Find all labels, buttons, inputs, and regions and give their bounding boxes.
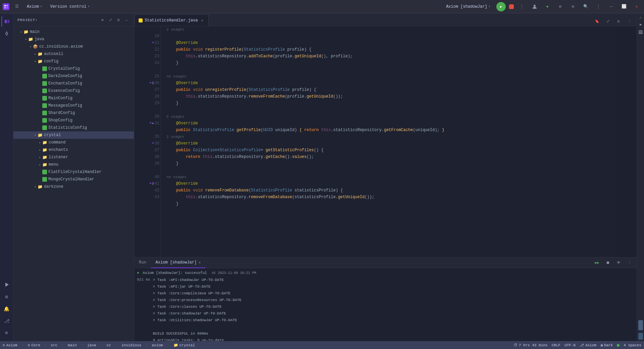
tab-statisticshandler[interactable]: StatisticsHandler.java ✕ [134,14,209,26]
tree-item-essenceconfig[interactable]: ▸ EssenceConfig [13,87,134,95]
status-java[interactable]: java [87,343,96,347]
tree-item-mongocrystalhandler[interactable]: ▸ MongoCrystalHandler [13,176,134,183]
activity-terminal-icon[interactable]: ⌘ [1,328,12,338]
close-button[interactable]: ✕ [632,2,641,11]
tab-tool-bookmark-icon[interactable]: 🔖 [592,16,602,26]
run-config-label[interactable]: Axiom [shadowJar] ▾ [443,3,493,10]
tree-item-darkzoneconfig[interactable]: ▸ DarkZoneConfig [13,72,134,80]
tree-item-crystal[interactable]: ▾ 📁 crystal [13,131,134,139]
bottom-tab-shadowjar[interactable]: Axiom [shadowJar] ✕ [151,257,205,268]
activity-git-icon[interactable]: ⎇ [1,315,12,326]
file-icon-mainconfig [42,96,47,101]
status-main[interactable]: main [68,343,77,347]
status-encoding[interactable]: UTF-8 [564,343,576,347]
search-icon[interactable]: 🔍 [581,2,590,11]
sidebar-close-icon[interactable]: — [123,17,130,23]
arrow-darkzone: ▾ [33,184,38,189]
tree-item-flatfilecrystalhandler[interactable]: ▸ FlatFileCrystalHandler [13,168,134,176]
bottom-tab-close-icon[interactable]: ✕ [199,260,201,265]
tree-item-java[interactable]: ▾ 📁 java [13,36,134,43]
plugins-icon[interactable]: ⚙ [568,2,578,11]
tree-item-crystalconfig[interactable]: ▸ CrystalConfig [13,65,134,72]
status-line-ending[interactable]: CRLF [552,343,560,347]
minimize-button[interactable]: — [606,2,616,11]
status-crystal-breadcrumb[interactable]: 📁 crystal [174,343,195,347]
tab-tools: 🔖 ⤢ ⊟ ⋮ [590,16,637,26]
tree-item-main[interactable]: ▸ 📁 main [13,28,134,36]
tree-item-messagesconfig[interactable]: ▸ MessagesConfig [13,102,134,109]
build-line-6: > Task :Utilities:shadowJar UP-TO-DATE [153,317,634,324]
sidebar-float-icon[interactable]: ⊟ [115,17,122,23]
tab-tool-split-icon[interactable]: ⊟ [614,16,623,26]
bottom-stop-icon[interactable]: ⏹ [603,258,612,268]
more-run-options-icon[interactable]: ⋮ [517,2,527,11]
tab-tool-more-icon[interactable]: ⋮ [625,16,634,26]
tree-item-shardconfig[interactable]: ▸ ShardConfig [13,109,134,117]
tab-tool-expand-icon[interactable]: ⤢ [603,16,612,26]
tree-item-enchants[interactable]: ▸ 📁 enchants [13,146,134,154]
activity-project-icon[interactable] [1,16,12,27]
tree-item-darkzone[interactable]: ▾ 📁 darkzone [13,183,134,190]
maximize-button[interactable]: ⬜ [619,2,629,11]
status-theme[interactable]: ◑ Dark [600,343,613,347]
editor-code-view[interactable]: 20 ⚑21 22 23 24 25 ⚑ @26 27 28 29 30 [134,26,637,257]
sidebar-settings-icon[interactable]: ⚙ [99,17,106,23]
sidebar-expand-icon[interactable]: ⤢ [107,17,114,23]
tree-item-mainconfig[interactable]: ▸ MainConfig [13,95,134,102]
code-line-24 [166,66,611,73]
bottom-tab-run[interactable]: Run [134,257,151,268]
status-indent[interactable]: 4 spaces [624,343,641,347]
status-insidious[interactable]: insidious [121,343,141,347]
bottom-play-icon[interactable]: ▶▶ [592,258,602,268]
status-branch[interactable]: ⎇ Axiom [580,343,596,347]
svg-point-4 [534,5,536,7]
code-line-41: public void removeFromDatabase(Statistic… [166,187,611,194]
tree-item-autosell[interactable]: ▸ 📁 autosell [13,50,134,58]
status-module[interactable]: ⊙ Core [28,343,40,347]
tab-close-button[interactable]: ✕ [200,18,204,23]
axiom-dropdown-arrow: ▾ [40,5,42,8]
top-bar: ☰ Axiom ▾ Version control ▾ Axiom [shado… [0,0,644,13]
right-icon-list[interactable] [638,30,643,35]
hamburger-icon[interactable]: ☰ [12,2,21,11]
svg-rect-6 [7,20,9,23]
activity-debug-icon[interactable] [1,279,12,290]
bottom-more-icon[interactable]: ⋮ [625,258,634,268]
activity-settings2-icon[interactable]: ⚙ [1,291,12,302]
gutter-bookmark-36: ⚑ [152,140,154,147]
folder-icon-listener: 📁 [42,155,47,160]
run-button[interactable]: ▶ [496,2,506,11]
code-line-30: @Override [166,120,611,127]
bottom-content[interactable]: ● Axiom [shadowJar]: successful At 2023-… [134,268,637,341]
build-line-0: > Task :API:shadowJar UP-TO-DATE [153,277,634,283]
tree-item-enchantsconfig[interactable]: ▸ EnchantsConfig [13,80,134,87]
toolbar-options-icon[interactable]: ⋮ [594,2,603,11]
right-icon-flag[interactable]: ⚑ [638,22,643,27]
tree-item-command[interactable]: ▸ 📁 command [13,139,134,146]
app-menu-axiom[interactable]: Axiom ▾ [24,3,45,10]
status-src[interactable]: src [51,343,57,347]
status-axiom[interactable]: axiom [152,343,163,347]
app-menu-version-control[interactable]: Version control ▾ [47,3,92,10]
stop-button[interactable] [509,4,514,9]
right-icon-checkmark[interactable]: ✓ [638,15,643,20]
tree-item-menu[interactable]: ▸ 📁 menu [13,161,134,168]
status-project[interactable]: ⊙ Axiom [3,343,17,347]
activity-notifications-icon[interactable]: 🔔 [1,303,12,314]
profile-icon[interactable] [530,2,539,11]
notification-icon[interactable]: ● [543,2,552,11]
activity-commit-icon[interactable] [1,28,12,39]
settings-icon[interactable]: ⚙ [555,2,565,11]
tree-item-config[interactable]: ▾ 📁 config [13,58,134,65]
right-icon-scroll-down[interactable] [638,333,643,340]
code-line-hint-nousages1: no usages [166,73,611,80]
tree-item-listener[interactable]: ▸ 📁 listener [13,154,134,161]
tree-item-package[interactable]: ▾ 📦 cc.insidious.axiom [13,43,134,50]
gutter-bookmark-26: ⚑ [150,80,151,86]
tree-item-shopconfig[interactable]: ▸ ShopConfig [13,117,134,124]
status-cc[interactable]: cc [106,343,111,347]
bottom-eye-icon[interactable]: 👁 [614,258,623,268]
tree-item-statisticsconfig[interactable]: ▸ StatisticsConfig [13,124,134,131]
code-content[interactable]: 2 usages @Override public void registerP… [161,26,616,257]
right-icon-scroll-up[interactable] [638,320,643,330]
